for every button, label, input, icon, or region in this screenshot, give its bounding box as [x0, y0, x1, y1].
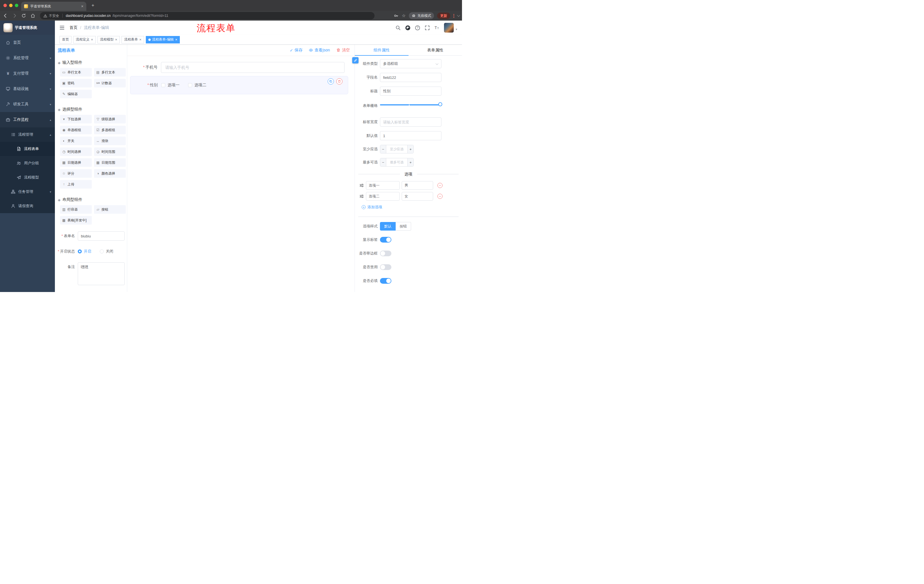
home-icon[interactable]: [30, 13, 35, 18]
view-json-button[interactable]: 查看json: [309, 48, 330, 53]
sidebar-collapse-icon[interactable]: [59, 25, 65, 31]
sidebar-item-user-group[interactable]: 用户分组: [0, 156, 55, 170]
palette-item-slider[interactable]: ↔滑块: [94, 137, 126, 145]
palette-item-button[interactable]: ▱按钮: [94, 205, 126, 214]
border-toggle[interactable]: [380, 250, 391, 256]
zoom-window-button[interactable]: [15, 4, 18, 7]
address-bar[interactable]: 不安全 dashboard.yudao.iocoder.cn/bpm/manag…: [40, 12, 375, 20]
search-icon[interactable]: [395, 25, 401, 31]
default-value-input[interactable]: [380, 131, 441, 140]
max-select-input[interactable]: [386, 158, 408, 166]
key-icon[interactable]: [394, 13, 399, 18]
save-button[interactable]: ✓保存: [290, 48, 303, 53]
drag-handle-icon[interactable]: [360, 194, 364, 199]
title-input[interactable]: [380, 87, 441, 96]
gender-option-1-checkbox[interactable]: 选项一: [161, 82, 180, 88]
delete-field-button[interactable]: [336, 78, 343, 85]
palette-item-date-picker[interactable]: ▦日期选择: [60, 158, 92, 167]
option-label-input[interactable]: [366, 192, 400, 201]
palette-item-time-range[interactable]: ◶时间范围: [94, 147, 126, 156]
tag-close-icon[interactable]: ×: [91, 38, 93, 41]
canvas-field-gender-selected[interactable]: 性别 选项一 选项二: [130, 76, 348, 94]
option-value-input[interactable]: [402, 192, 433, 201]
new-tab-icon[interactable]: +: [91, 2, 94, 8]
toolbar-overflow-chevron-icon[interactable]: [457, 13, 460, 16]
status-on-radio[interactable]: 开启: [78, 247, 91, 256]
close-window-button[interactable]: [3, 4, 7, 7]
label-width-input[interactable]: [380, 117, 441, 127]
component-type-select[interactable]: 多选框组: [380, 59, 441, 68]
disabled-toggle[interactable]: [380, 264, 391, 270]
reload-icon[interactable]: [21, 13, 26, 18]
gender-option-2-checkbox[interactable]: 选项二: [188, 82, 206, 88]
tag-process-form-edit[interactable]: 流程表单-编辑×: [146, 36, 180, 43]
clear-button[interactable]: 清空: [336, 48, 350, 53]
tag-close-icon[interactable]: ×: [115, 38, 117, 41]
drag-handle-icon[interactable]: [360, 183, 364, 188]
remove-option-button[interactable]: −: [437, 183, 442, 188]
field-name-input[interactable]: [380, 73, 441, 82]
palette-item-checkbox-group[interactable]: ☑多选框组: [94, 126, 126, 134]
tag-close-icon[interactable]: ×: [139, 38, 142, 41]
palette-item-single-line-text[interactable]: ▭单行文本: [60, 68, 92, 77]
palette-item-time-picker[interactable]: ◷时间选择: [60, 147, 92, 156]
browser-tab[interactable]: 芋道管理系统 ×: [21, 2, 86, 11]
palette-item-rate[interactable]: ☆评分: [60, 169, 92, 178]
style-button-button[interactable]: 按钮: [396, 222, 411, 230]
increase-button[interactable]: +: [408, 145, 413, 153]
form-grid-slider[interactable]: [380, 100, 441, 109]
palette-item-switch[interactable]: ◐开关: [60, 137, 92, 145]
palette-item-password[interactable]: ▣密码: [60, 79, 92, 87]
slider-handle[interactable]: [438, 102, 442, 106]
question-icon[interactable]: ?: [415, 25, 420, 31]
decrease-button[interactable]: −: [380, 145, 386, 153]
status-off-radio[interactable]: 关闭: [100, 247, 113, 256]
tab-form-props[interactable]: 表单属性: [409, 44, 462, 56]
palette-item-editor[interactable]: ✎编辑器: [60, 90, 92, 98]
palette-item-date-range[interactable]: ▦日期范围: [94, 158, 126, 167]
fullscreen-icon[interactable]: [424, 25, 430, 31]
sidebar-item-workflow[interactable]: 工作流程 ▴: [0, 112, 55, 127]
palette-item-counter[interactable]: 123计数器: [94, 79, 126, 87]
bookmark-star-icon[interactable]: ☆: [402, 13, 406, 18]
palette-item-row-container[interactable]: ▥行容器: [60, 205, 92, 214]
palette-item-table[interactable]: ▩表格[开发中]: [60, 216, 92, 225]
sidebar-item-leave-query[interactable]: 请假查询: [0, 199, 55, 213]
canvas-field-phone[interactable]: 手机号: [130, 61, 348, 74]
link-button[interactable]: [352, 57, 358, 63]
sidebar-item-home[interactable]: 首页: [0, 35, 55, 50]
forward-icon[interactable]: [12, 13, 17, 18]
sidebar-item-system[interactable]: 系统管理 ▾: [0, 50, 55, 66]
phone-input[interactable]: [161, 62, 345, 73]
palette-item-select[interactable]: ▾下拉选择: [60, 115, 92, 123]
form-canvas[interactable]: 手机号 性别: [127, 56, 355, 292]
tag-home[interactable]: 首页: [59, 36, 71, 43]
palette-item-radio-group[interactable]: ◉单选框组: [60, 126, 92, 134]
option-label-input[interactable]: [366, 181, 400, 190]
sidebar-item-process-form[interactable]: 流程表单: [0, 142, 55, 156]
tab-component-props[interactable]: 组件属性: [355, 44, 409, 56]
palette-item-multi-line-text[interactable]: ▤多行文本: [94, 68, 126, 77]
decrease-button[interactable]: −: [380, 158, 386, 166]
palette-item-upload[interactable]: ↑上传: [60, 180, 92, 189]
sidebar-item-infrastructure[interactable]: 基础设施 ▾: [0, 81, 55, 97]
palette-item-cascader[interactable]: ▽级联选择: [94, 115, 126, 123]
remove-option-button[interactable]: −: [437, 194, 442, 199]
back-icon[interactable]: [3, 13, 8, 18]
increase-button[interactable]: +: [408, 158, 413, 166]
option-value-input[interactable]: [402, 181, 433, 190]
breadcrumb-home[interactable]: 首页: [69, 25, 78, 30]
tag-process-form[interactable]: 流程表单×: [122, 36, 144, 43]
sidebar-item-devtools[interactable]: 研发工具 ▾: [0, 97, 55, 112]
sidebar-item-process-model[interactable]: 流程模型: [0, 170, 55, 184]
palette-item-color-picker[interactable]: ◑颜色选择: [94, 169, 126, 178]
browser-menu-icon[interactable]: [454, 14, 454, 18]
form-name-input[interactable]: [78, 232, 125, 240]
tab-close-icon[interactable]: ×: [81, 4, 84, 8]
show-label-toggle[interactable]: [380, 237, 391, 243]
min-select-input[interactable]: [386, 145, 408, 153]
tag-process-model[interactable]: 流程模型×: [97, 36, 120, 43]
minimize-window-button[interactable]: [9, 4, 13, 7]
font-size-icon[interactable]: TT: [434, 25, 440, 31]
required-toggle[interactable]: [380, 278, 391, 284]
